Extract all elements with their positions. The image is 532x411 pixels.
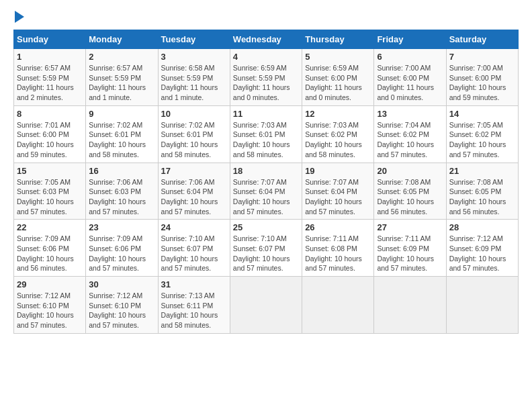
day-info: Sunrise: 7:02 AM Sunset: 6:01 PM Dayligh… xyxy=(89,120,154,160)
day-number: 22 xyxy=(17,222,83,232)
day-info: Sunrise: 6:57 AM Sunset: 5:59 PM Dayligh… xyxy=(89,63,154,103)
day-info: Sunrise: 7:10 AM Sunset: 6:07 PM Dayligh… xyxy=(161,234,227,273)
day-info: Sunrise: 7:10 AM Sunset: 6:07 PM Dayligh… xyxy=(233,234,299,273)
calendar-week-row: 1Sunrise: 6:57 AM Sunset: 5:59 PM Daylig… xyxy=(14,49,519,106)
calendar-cell: 13Sunrise: 7:04 AM Sunset: 6:02 PM Dayli… xyxy=(374,105,446,163)
day-number: 31 xyxy=(161,279,227,289)
calendar-cell: 27Sunrise: 7:11 AM Sunset: 6:09 PM Dayli… xyxy=(374,220,446,277)
logo xyxy=(13,13,24,23)
day-info: Sunrise: 7:09 AM Sunset: 6:06 PM Dayligh… xyxy=(89,234,154,273)
calendar-cell: 16Sunrise: 7:06 AM Sunset: 6:03 PM Dayli… xyxy=(86,163,158,220)
day-number: 12 xyxy=(305,109,371,119)
day-info: Sunrise: 7:12 AM Sunset: 6:10 PM Dayligh… xyxy=(17,291,83,330)
day-info: Sunrise: 7:11 AM Sunset: 6:08 PM Dayligh… xyxy=(305,234,371,273)
day-info: Sunrise: 7:04 AM Sunset: 6:02 PM Dayligh… xyxy=(377,120,443,160)
day-number: 15 xyxy=(17,166,83,176)
calendar-header-sunday: Sunday xyxy=(14,30,86,49)
calendar-cell: 9Sunrise: 7:02 AM Sunset: 6:01 PM Daylig… xyxy=(86,105,158,163)
calendar-header-wednesday: Wednesday xyxy=(230,30,302,49)
calendar-cell: 12Sunrise: 7:03 AM Sunset: 6:02 PM Dayli… xyxy=(302,105,374,163)
calendar-week-row: 8Sunrise: 7:01 AM Sunset: 6:00 PM Daylig… xyxy=(14,105,519,163)
calendar-header-friday: Friday xyxy=(374,30,446,49)
day-number: 10 xyxy=(161,109,227,119)
day-info: Sunrise: 7:09 AM Sunset: 6:06 PM Dayligh… xyxy=(17,234,83,273)
day-info: Sunrise: 7:08 AM Sunset: 6:05 PM Dayligh… xyxy=(377,177,443,217)
calendar-cell xyxy=(302,277,374,334)
day-number: 2 xyxy=(89,52,154,62)
day-info: Sunrise: 7:12 AM Sunset: 6:10 PM Dayligh… xyxy=(89,291,154,330)
calendar-cell: 25Sunrise: 7:10 AM Sunset: 6:07 PM Dayli… xyxy=(230,220,302,277)
day-info: Sunrise: 6:57 AM Sunset: 5:59 PM Dayligh… xyxy=(17,63,83,103)
day-number: 19 xyxy=(305,166,371,176)
calendar-table: SundayMondayTuesdayWednesdayThursdayFrid… xyxy=(13,30,519,334)
calendar-cell xyxy=(374,277,446,334)
calendar-cell: 29Sunrise: 7:12 AM Sunset: 6:10 PM Dayli… xyxy=(14,277,86,334)
day-number: 30 xyxy=(89,279,154,289)
day-number: 17 xyxy=(161,166,227,176)
day-info: Sunrise: 7:07 AM Sunset: 6:04 PM Dayligh… xyxy=(305,177,371,217)
calendar-cell: 24Sunrise: 7:10 AM Sunset: 6:07 PM Dayli… xyxy=(158,220,230,277)
day-info: Sunrise: 7:01 AM Sunset: 6:00 PM Dayligh… xyxy=(17,120,83,160)
calendar-cell: 20Sunrise: 7:08 AM Sunset: 6:05 PM Dayli… xyxy=(374,163,446,220)
day-info: Sunrise: 7:12 AM Sunset: 6:09 PM Dayligh… xyxy=(449,234,515,273)
calendar-cell: 18Sunrise: 7:07 AM Sunset: 6:04 PM Dayli… xyxy=(230,163,302,220)
day-number: 3 xyxy=(161,52,227,62)
day-info: Sunrise: 7:05 AM Sunset: 6:02 PM Dayligh… xyxy=(449,120,515,160)
page-header xyxy=(13,13,519,23)
day-number: 16 xyxy=(89,166,154,176)
day-number: 28 xyxy=(449,222,515,232)
calendar-cell: 3Sunrise: 6:58 AM Sunset: 5:59 PM Daylig… xyxy=(158,49,230,106)
day-number: 5 xyxy=(305,52,371,62)
day-info: Sunrise: 7:00 AM Sunset: 6:00 PM Dayligh… xyxy=(377,63,443,103)
calendar-cell: 26Sunrise: 7:11 AM Sunset: 6:08 PM Dayli… xyxy=(302,220,374,277)
day-info: Sunrise: 7:06 AM Sunset: 6:04 PM Dayligh… xyxy=(161,177,227,217)
day-info: Sunrise: 7:13 AM Sunset: 6:11 PM Dayligh… xyxy=(161,291,227,330)
day-number: 7 xyxy=(449,52,515,62)
day-number: 9 xyxy=(89,109,154,119)
day-info: Sunrise: 7:11 AM Sunset: 6:09 PM Dayligh… xyxy=(377,234,443,273)
calendar-cell: 23Sunrise: 7:09 AM Sunset: 6:06 PM Dayli… xyxy=(86,220,158,277)
calendar-week-row: 22Sunrise: 7:09 AM Sunset: 6:06 PM Dayli… xyxy=(14,220,519,277)
calendar-cell: 22Sunrise: 7:09 AM Sunset: 6:06 PM Dayli… xyxy=(14,220,86,277)
calendar-week-row: 15Sunrise: 7:05 AM Sunset: 6:03 PM Dayli… xyxy=(14,163,519,220)
day-number: 26 xyxy=(305,222,371,232)
day-number: 11 xyxy=(233,109,299,119)
calendar-cell: 14Sunrise: 7:05 AM Sunset: 6:02 PM Dayli… xyxy=(446,105,518,163)
day-number: 18 xyxy=(233,166,299,176)
calendar-cell: 28Sunrise: 7:12 AM Sunset: 6:09 PM Dayli… xyxy=(446,220,518,277)
calendar-header-tuesday: Tuesday xyxy=(158,30,230,49)
day-info: Sunrise: 7:05 AM Sunset: 6:03 PM Dayligh… xyxy=(17,177,83,217)
day-info: Sunrise: 7:03 AM Sunset: 6:01 PM Dayligh… xyxy=(233,120,299,160)
day-number: 21 xyxy=(449,166,515,176)
calendar-cell: 17Sunrise: 7:06 AM Sunset: 6:04 PM Dayli… xyxy=(158,163,230,220)
day-info: Sunrise: 7:07 AM Sunset: 6:04 PM Dayligh… xyxy=(233,177,299,217)
calendar-cell: 19Sunrise: 7:07 AM Sunset: 6:04 PM Dayli… xyxy=(302,163,374,220)
day-number: 4 xyxy=(233,52,299,62)
calendar-cell xyxy=(230,277,302,334)
day-number: 13 xyxy=(377,109,443,119)
day-number: 6 xyxy=(377,52,443,62)
calendar-cell: 21Sunrise: 7:08 AM Sunset: 6:05 PM Dayli… xyxy=(446,163,518,220)
calendar-cell: 1Sunrise: 6:57 AM Sunset: 5:59 PM Daylig… xyxy=(14,49,86,106)
day-number: 14 xyxy=(449,109,515,119)
calendar-week-row: 29Sunrise: 7:12 AM Sunset: 6:10 PM Dayli… xyxy=(14,277,519,334)
calendar-cell: 4Sunrise: 6:59 AM Sunset: 5:59 PM Daylig… xyxy=(230,49,302,106)
day-number: 29 xyxy=(17,279,83,289)
calendar-header-row: SundayMondayTuesdayWednesdayThursdayFrid… xyxy=(14,30,519,49)
calendar-cell: 31Sunrise: 7:13 AM Sunset: 6:11 PM Dayli… xyxy=(158,277,230,334)
day-info: Sunrise: 7:00 AM Sunset: 6:00 PM Dayligh… xyxy=(449,63,515,103)
day-info: Sunrise: 7:03 AM Sunset: 6:02 PM Dayligh… xyxy=(305,120,371,160)
calendar-cell: 6Sunrise: 7:00 AM Sunset: 6:00 PM Daylig… xyxy=(374,49,446,106)
calendar-cell: 2Sunrise: 6:57 AM Sunset: 5:59 PM Daylig… xyxy=(86,49,158,106)
day-info: Sunrise: 7:06 AM Sunset: 6:03 PM Dayligh… xyxy=(89,177,154,217)
day-number: 24 xyxy=(161,222,227,232)
day-info: Sunrise: 6:58 AM Sunset: 5:59 PM Dayligh… xyxy=(161,63,227,103)
calendar-cell: 7Sunrise: 7:00 AM Sunset: 6:00 PM Daylig… xyxy=(446,49,518,106)
day-number: 8 xyxy=(17,109,83,119)
calendar-cell: 8Sunrise: 7:01 AM Sunset: 6:00 PM Daylig… xyxy=(14,105,86,163)
calendar-cell xyxy=(446,277,518,334)
day-info: Sunrise: 7:08 AM Sunset: 6:05 PM Dayligh… xyxy=(449,177,515,217)
day-number: 20 xyxy=(377,166,443,176)
day-info: Sunrise: 6:59 AM Sunset: 5:59 PM Dayligh… xyxy=(233,63,299,103)
calendar-cell: 11Sunrise: 7:03 AM Sunset: 6:01 PM Dayli… xyxy=(230,105,302,163)
